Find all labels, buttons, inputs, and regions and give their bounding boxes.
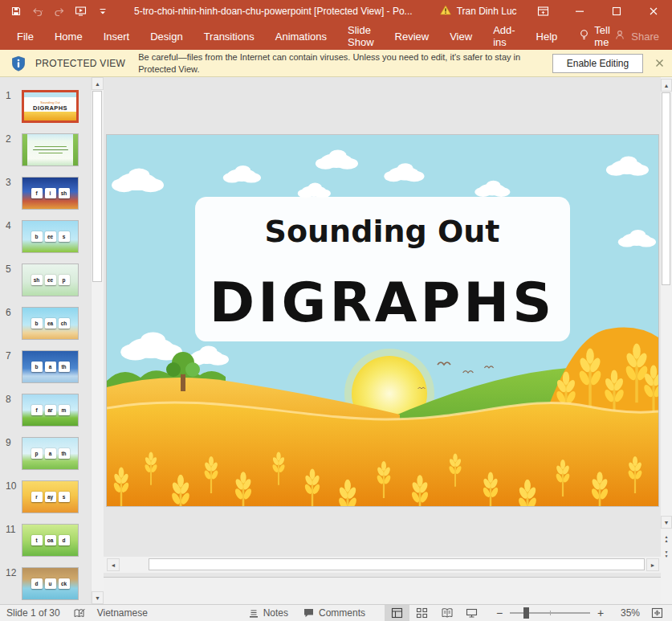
thumbnail-row: 12duck xyxy=(0,567,91,600)
language-indicator[interactable]: Vietnamese xyxy=(97,607,148,619)
tell-me-box[interactable]: Tell me xyxy=(579,24,615,48)
slide-thumbnail-3[interactable]: fish xyxy=(22,177,79,210)
slide-thumbnail-4[interactable]: bees xyxy=(22,220,79,253)
previous-slide-button[interactable]: ▲▲ xyxy=(661,532,672,545)
slide-canvas[interactable]: Sounding Out DIGRAPHS xyxy=(107,135,658,506)
slide-number: 2 xyxy=(0,133,22,166)
tab-view[interactable]: View xyxy=(439,22,483,50)
thumbnail-row: 8farm xyxy=(0,394,91,427)
thumbnail-art: toad xyxy=(22,525,78,556)
scroll-up-icon[interactable]: ▲ xyxy=(661,79,672,92)
enable-editing-button[interactable]: Enable Editing xyxy=(552,54,643,73)
zoom-slider-thumb[interactable] xyxy=(523,607,529,619)
slide-number: 6 xyxy=(0,307,22,340)
slide-thumbnail-9[interactable]: path xyxy=(22,437,79,470)
share-button[interactable]: Share xyxy=(615,30,659,43)
vertical-scrollbar-thumb[interactable] xyxy=(662,92,670,285)
slide-thumbnail-5[interactable]: sheep xyxy=(22,264,79,296)
customize-quick-access-icon[interactable] xyxy=(92,1,113,22)
slide-thumbnail-8[interactable]: farm xyxy=(22,394,79,427)
vertical-scrollbar[interactable]: ▲ ▼ ▲▲ ▼▼ xyxy=(661,77,672,604)
account-chip[interactable]: Tran Dinh Luc xyxy=(440,5,517,18)
slide-thumbnail-7[interactable]: bath xyxy=(22,350,79,383)
zoom-slider[interactable] xyxy=(510,612,590,614)
slide-sorter-view-button[interactable] xyxy=(409,605,434,621)
thumbnail-art: farm xyxy=(22,394,78,426)
slide-show-view-button[interactable] xyxy=(459,605,484,621)
banner-close-icon[interactable] xyxy=(648,59,670,67)
letter-card: m xyxy=(59,405,70,415)
undo-icon[interactable] xyxy=(26,1,48,22)
letter-card: ee xyxy=(45,231,56,242)
reading-view-button[interactable] xyxy=(434,605,459,621)
thumbnail-row: 9path xyxy=(0,437,91,470)
normal-view-button[interactable] xyxy=(385,605,409,621)
thumbnail-art: fish xyxy=(22,178,78,209)
tab-transitions[interactable]: Transitions xyxy=(193,22,265,50)
slide-subtitle-text[interactable]: Sounding Out xyxy=(265,214,500,249)
thumbnail-pane: 1Sounding OutDIGRAPHS23fish4bees5sheep6b… xyxy=(0,77,91,604)
thumbnail-row: 4bees xyxy=(0,220,91,253)
tab-slide-show[interactable]: Slide Show xyxy=(337,22,385,50)
zoom-in-button[interactable]: + xyxy=(593,607,608,619)
tell-me-label: Tell me xyxy=(594,24,615,48)
slide-thumbnail-6[interactable]: beach xyxy=(22,307,79,340)
slide-number-indicator: Slide 1 of 30 xyxy=(6,607,60,619)
slide-thumbnail-11[interactable]: toad xyxy=(22,524,79,557)
redo-icon[interactable] xyxy=(48,1,70,22)
ribbon-display-options-icon[interactable] xyxy=(524,0,561,22)
letter-card: p xyxy=(31,448,43,459)
slide-thumbnail-1[interactable]: Sounding OutDIGRAPHS xyxy=(22,90,79,123)
save-icon[interactable] xyxy=(5,1,26,22)
scroll-left-icon[interactable]: ◄ xyxy=(107,558,120,571)
slide-title-text[interactable]: DIGRAPHS xyxy=(210,271,555,334)
zoom-out-button[interactable]: − xyxy=(492,607,507,619)
scroll-down-icon[interactable]: ▼ xyxy=(661,516,672,529)
fit-slide-to-window-button[interactable] xyxy=(648,605,666,621)
letter-card: th xyxy=(59,448,70,459)
tab-home[interactable]: Home xyxy=(44,22,93,50)
tab-insert[interactable]: Insert xyxy=(93,22,141,50)
horizontal-scrollbar[interactable]: ◄ ► xyxy=(104,557,661,573)
share-person-icon xyxy=(615,30,626,43)
minimize-button[interactable] xyxy=(561,0,598,22)
status-bar-right: Notes Comments − + 35% xyxy=(248,605,672,621)
slide-thumbnail-12[interactable]: duck xyxy=(22,567,79,600)
maximize-button[interactable] xyxy=(598,0,635,22)
tab-help[interactable]: Help xyxy=(526,22,568,50)
comments-toggle[interactable]: Comments xyxy=(303,607,365,619)
shield-info-icon xyxy=(10,55,26,72)
scroll-up-icon[interactable]: ▲ xyxy=(92,77,104,90)
close-button[interactable] xyxy=(635,0,672,22)
thumbnail-scrollbar-thumb[interactable] xyxy=(92,91,102,282)
letter-card: ay xyxy=(45,492,56,502)
horizontal-scrollbar-thumb[interactable] xyxy=(149,558,645,570)
slide-number: 7 xyxy=(0,350,22,383)
thumbnail-row: 3fish xyxy=(0,177,91,210)
scroll-right-icon[interactable]: ► xyxy=(646,558,659,571)
zoom-level[interactable]: 35% xyxy=(616,607,640,619)
thumbnail-scrollbar[interactable]: ▲ ▼ xyxy=(91,77,104,604)
thumbnail-row: 6beach xyxy=(0,307,91,340)
slide-number: 1 xyxy=(0,90,22,123)
protected-view-message: Be careful—files from the Internet can c… xyxy=(138,51,552,75)
title-bar: 5-tro-choi-nhin-hinh-doan-chu-powerpoint… xyxy=(0,0,672,22)
letter-card: b xyxy=(31,362,43,372)
thumbnail-art: bath xyxy=(22,351,78,382)
letter-card: ar xyxy=(45,405,56,415)
tab-design[interactable]: Design xyxy=(140,22,193,50)
start-from-beginning-icon[interactable] xyxy=(70,1,92,22)
tab-file[interactable]: File xyxy=(6,22,44,50)
notes-toggle[interactable]: Notes xyxy=(248,607,288,619)
tab-review[interactable]: Review xyxy=(385,22,440,50)
letter-card: sh xyxy=(59,188,70,198)
protected-view-label: PROTECTED VIEW xyxy=(35,58,125,69)
scroll-down-icon[interactable]: ▼ xyxy=(92,591,104,604)
tab-animations[interactable]: Animations xyxy=(265,22,337,50)
slide-thumbnail-2[interactable] xyxy=(22,133,79,166)
thumbnail-row: 11toad xyxy=(0,524,91,557)
spelling-check-icon[interactable] xyxy=(73,607,86,619)
tab-add-ins[interactable]: Add-ins xyxy=(483,22,525,50)
slide-thumbnail-10[interactable]: rays xyxy=(22,480,79,513)
next-slide-button[interactable]: ▼▼ xyxy=(661,547,672,561)
